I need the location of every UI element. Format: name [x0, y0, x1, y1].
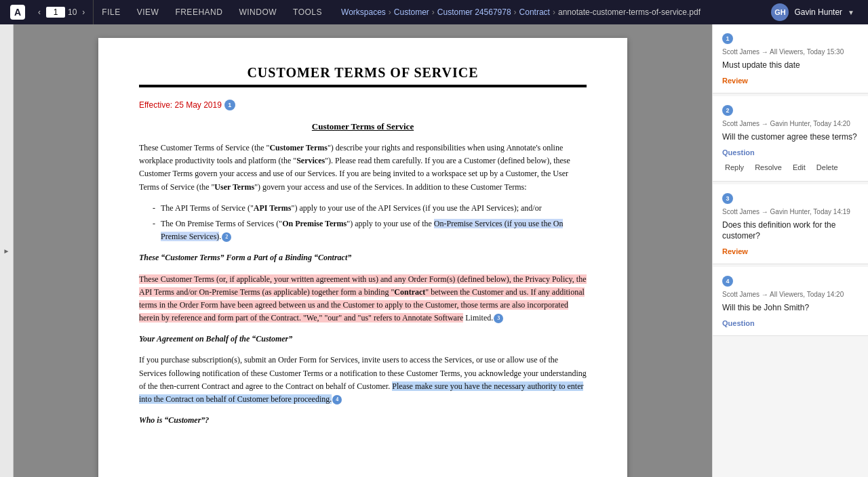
right-panel: 1 Scott James → All Viewers, Today 15:30… — [712, 24, 868, 477]
menu-items: FILE VIEW FREEHAND WINDOW TOOLS — [94, 0, 330, 24]
next-page-button[interactable]: › — [79, 6, 87, 18]
menu-view[interactable]: VIEW — [129, 0, 167, 24]
breadcrumb-sep-2: › — [432, 7, 435, 17]
ann3-from: Scott James — [722, 208, 760, 215]
annotation-num-2: 2 — [722, 105, 733, 116]
ann1-to: All Viewers — [770, 48, 803, 56]
breadcrumb-customer[interactable]: Customer — [394, 7, 429, 17]
ann4-tag[interactable]: Question — [722, 319, 859, 327]
page-nav: ‹ 10 › — [30, 0, 94, 24]
ann2-resolve-button[interactable]: Resolve — [752, 162, 785, 173]
breadcrumb-contract[interactable]: Contract — [519, 7, 550, 17]
prev-page-button[interactable]: ‹ — [35, 6, 43, 18]
body-para-1: These Customer Terms of Service (the "Cu… — [139, 142, 587, 194]
doc-page: CUSTOMER TERMS OF SERVICE Effective: 25 … — [98, 38, 627, 477]
bullet-item-1: - The API Terms of Service ("API Terms")… — [153, 202, 587, 215]
logo-icon: A — [10, 5, 25, 20]
user-name: Gavin Hunter — [794, 7, 842, 17]
ann2-delete-button[interactable]: Delete — [814, 162, 841, 173]
page-total: 10 — [68, 7, 77, 17]
menu-window[interactable]: WINDOW — [231, 0, 285, 24]
ann4-to: All Viewers — [770, 291, 803, 298]
ann2-actions: Reply Resolve Edit Delete — [722, 162, 859, 173]
bullet-item-2: - The On Premise Terms of Services ("On … — [153, 217, 587, 243]
ann2-arrow: → — [762, 120, 770, 127]
menu-freehand[interactable]: FREEHAND — [167, 0, 231, 24]
menu-tools[interactable]: TOOLS — [285, 0, 330, 24]
ann2-from: Scott James — [722, 120, 760, 127]
annotation-item-3: 3 Scott James → Gavin Hunter, Today 14:1… — [713, 184, 868, 265]
annotation-num-3: 3 — [722, 193, 733, 204]
ann1-text: Must update this date — [722, 60, 859, 71]
ann4-time: Today 14:20 — [807, 291, 844, 298]
breadcrumb: Workspaces › Customer › Customer 2456797… — [330, 7, 763, 17]
breadcrumb-customer-id[interactable]: Customer 24567978 — [437, 7, 511, 17]
annotation-badge-4[interactable]: 4 — [332, 395, 342, 405]
ann3-arrow: → — [762, 208, 770, 215]
doc-title: CUSTOMER TERMS OF SERVICE — [139, 65, 587, 81]
annotation-meta-1: Scott James → All Viewers, Today 15:30 — [722, 48, 859, 56]
annotation-item-2: 2 Scott James → Gavin Hunter, Today 14:2… — [713, 96, 868, 182]
logo-area[interactable]: A — [5, 0, 30, 24]
main-area: ► CUSTOMER TERMS OF SERVICE Effective: 2… — [0, 24, 868, 477]
body-para-3: If you purchase subscription(s), submit … — [139, 354, 587, 406]
doc-title-underline — [139, 85, 587, 87]
user-area[interactable]: GH Gavin Hunter ▼ — [763, 3, 863, 21]
bullet-list: - The API Terms of Service ("API Terms")… — [139, 202, 587, 244]
menu-file[interactable]: FILE — [94, 0, 128, 24]
annotation-item-4: 4 Scott James → All Viewers, Today 14:20… — [713, 267, 868, 336]
ann3-tag[interactable]: Review — [722, 247, 859, 255]
annotation-meta-4: Scott James → All Viewers, Today 14:20 — [722, 291, 859, 298]
effective-date-text: Effective: 25 May 2019 — [139, 100, 222, 110]
ann1-from: Scott James — [722, 48, 760, 56]
doc-subtitle: Customer Terms of Service — [139, 121, 587, 132]
effective-date: Effective: 25 May 2019 1 — [139, 100, 587, 110]
doc-area: CUSTOMER TERMS OF SERVICE Effective: 25 … — [14, 24, 712, 477]
ann4-arrow: → — [762, 291, 770, 298]
toolbar: A ‹ 10 › FILE VIEW FREEHAND WINDOW TOOLS… — [0, 0, 868, 24]
section-3-title: Who is “Customer”? — [139, 414, 587, 427]
annotation-badge-3[interactable]: 3 — [494, 314, 503, 323]
ann1-tag[interactable]: Review — [722, 77, 859, 85]
annotation-meta-3: Scott James → Gavin Hunter, Today 14:19 — [722, 208, 859, 215]
ann2-text: Will the customer agree these terms? — [722, 131, 859, 143]
left-toggle-arrow-icon: ► — [3, 247, 10, 255]
annotation-badge-1[interactable]: 1 — [224, 100, 235, 110]
breadcrumb-file: annotate-customer-terms-of-service.pdf — [558, 7, 701, 17]
breadcrumb-sep-3: › — [514, 7, 517, 17]
ann3-to: Gavin Hunter — [770, 208, 810, 215]
chevron-down-icon: ▼ — [848, 9, 854, 16]
ann2-edit-button[interactable]: Edit — [790, 162, 808, 173]
annotation-meta-2: Scott James → Gavin Hunter, Today 14:20 — [722, 120, 859, 127]
ann2-time: Today 14:20 — [813, 120, 850, 127]
user-avatar: GH — [771, 3, 789, 21]
ann4-from: Scott James — [722, 291, 760, 298]
section-1-title: These “Customer Terms” Form a Part of a … — [139, 251, 587, 264]
ann2-reply-button[interactable]: Reply — [722, 162, 747, 173]
breadcrumb-sep-4: › — [553, 7, 555, 17]
ann2-tag[interactable]: Question — [722, 148, 859, 157]
ann2-to: Gavin Hunter — [770, 120, 810, 127]
ann3-time: Today 14:19 — [813, 208, 850, 215]
annotation-badge-2[interactable]: 2 — [222, 232, 231, 242]
doc-body: These Customer Terms of Service (the "Cu… — [139, 142, 587, 427]
body-para-2: These Customer Terms (or, if applicable,… — [139, 273, 587, 325]
breadcrumb-sep-1: › — [389, 7, 391, 17]
annotation-num-4: 4 — [722, 276, 733, 287]
left-sidebar-toggle[interactable]: ► — [0, 24, 14, 477]
ann1-time: Today 15:30 — [807, 48, 844, 56]
breadcrumb-workspaces[interactable]: Workspaces — [341, 7, 386, 17]
annotation-num-1: 1 — [722, 33, 733, 44]
ann4-text: Will this be John Smith? — [722, 302, 859, 314]
ann1-arrow: → — [762, 48, 770, 56]
page-input[interactable] — [46, 7, 65, 18]
section-2-title: Your Agreement on Behalf of the “Custome… — [139, 333, 587, 346]
annotation-item-1: 1 Scott James → All Viewers, Today 15:30… — [713, 24, 868, 94]
ann3-text: Does this definition work for the custom… — [722, 220, 859, 243]
